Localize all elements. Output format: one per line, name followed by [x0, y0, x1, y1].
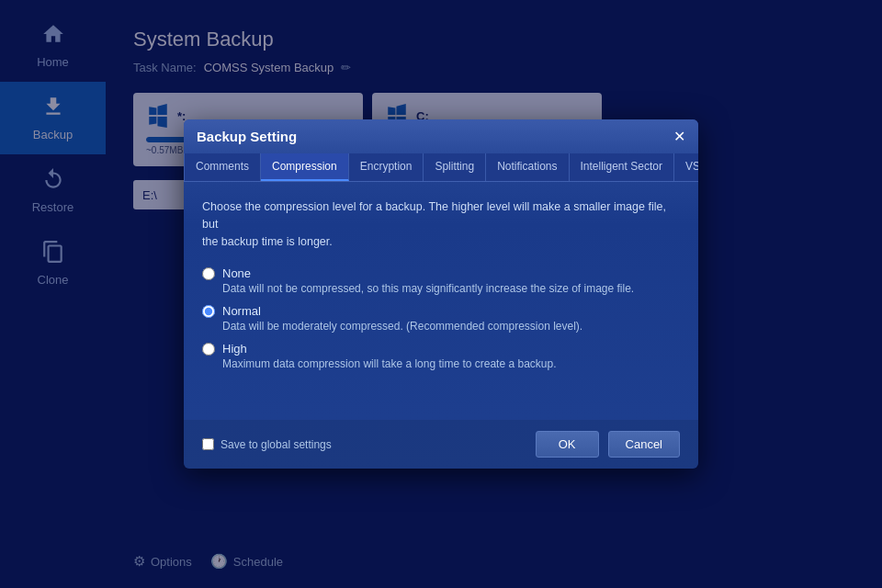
backup-setting-dialog: Backup Setting ✕ Comments Compression En…: [184, 119, 698, 469]
modal-overlay: Backup Setting ✕ Comments Compression En…: [0, 0, 882, 588]
option-high: High Maximum data compression will take …: [202, 342, 680, 370]
tab-compression[interactable]: Compression: [261, 153, 349, 181]
tab-vss[interactable]: VSS: [674, 153, 698, 181]
radio-high[interactable]: [202, 343, 215, 356]
modal-header: Backup Setting ✕: [184, 119, 698, 153]
save-global-checkbox[interactable]: [202, 438, 214, 450]
global-settings-row: Save to global settings: [202, 438, 332, 451]
tab-notifications[interactable]: Notifications: [486, 153, 569, 181]
tab-splitting[interactable]: Splitting: [424, 153, 486, 181]
desc-none: Data will not be compressed, so this may…: [222, 282, 680, 295]
label-normal: Normal: [222, 304, 261, 318]
tab-comments[interactable]: Comments: [184, 153, 261, 181]
radio-none[interactable]: [202, 267, 215, 280]
modal-buttons: OK Cancel: [536, 431, 680, 458]
radio-normal[interactable]: [202, 305, 215, 318]
option-normal: Normal Data will be moderately compresse…: [202, 304, 680, 333]
label-none: None: [222, 266, 251, 280]
modal-tabs: Comments Compression Encryption Splittin…: [184, 153, 698, 182]
ok-button[interactable]: OK: [536, 431, 599, 458]
modal-title: Backup Setting: [197, 129, 297, 144]
compression-options: None Data will not be compressed, so thi…: [202, 266, 680, 370]
label-high: High: [222, 342, 247, 356]
desc-high: Maximum data compression will take a lon…: [222, 357, 680, 370]
modal-description: Choose the compression level for a backu…: [202, 198, 680, 250]
tab-encryption[interactable]: Encryption: [349, 153, 424, 181]
modal-body: Choose the compression level for a backu…: [184, 182, 698, 387]
save-global-label: Save to global settings: [220, 438, 332, 451]
tab-intelligent-sector[interactable]: Intelligent Sector: [570, 153, 674, 181]
option-none: None Data will not be compressed, so thi…: [202, 266, 680, 295]
desc-normal: Data will be moderately compressed. (Rec…: [222, 320, 680, 333]
modal-footer: Save to global settings OK Cancel: [184, 420, 698, 469]
cancel-button[interactable]: Cancel: [608, 431, 680, 458]
modal-close-button[interactable]: ✕: [673, 130, 685, 144]
